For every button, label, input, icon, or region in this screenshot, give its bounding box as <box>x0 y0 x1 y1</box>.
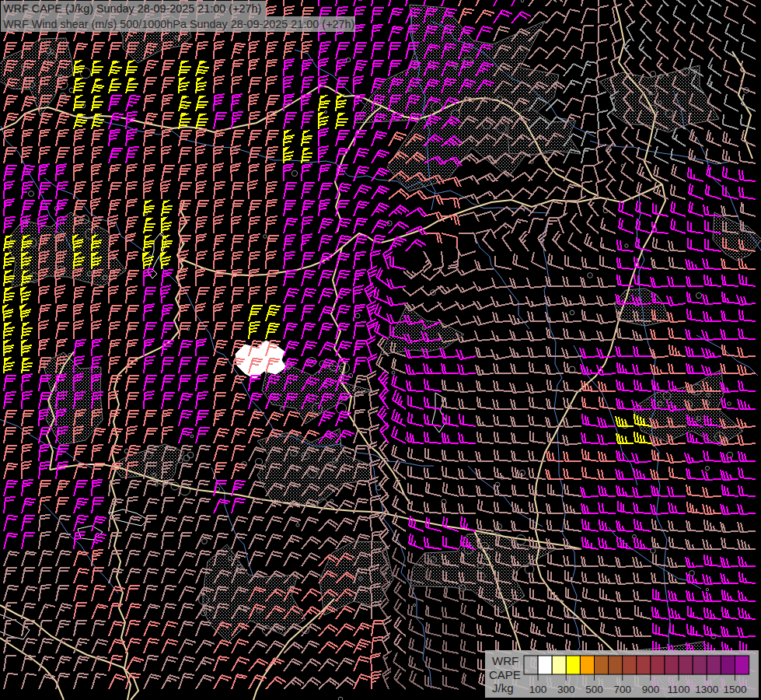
svg-text:CAPE: CAPE <box>489 668 521 681</box>
svg-text:WRF: WRF <box>492 654 518 667</box>
svg-text:1500: 1500 <box>723 684 746 695</box>
svg-text:1100: 1100 <box>668 684 690 695</box>
svg-text:100: 100 <box>529 684 547 695</box>
svg-text:700: 700 <box>613 684 631 695</box>
svg-text:900: 900 <box>642 684 660 695</box>
svg-text:500: 500 <box>585 684 603 695</box>
svg-text:WRF Wind shear (m/s) 500/1000h: WRF Wind shear (m/s) 500/1000hPa Sunday … <box>3 18 354 30</box>
svg-text:300: 300 <box>557 684 575 695</box>
svg-text:WRF CAPE (J/kg) Sunday 28-09-2: WRF CAPE (J/kg) Sunday 28-09-2025 21:00 … <box>3 2 261 15</box>
svg-text:1300: 1300 <box>695 684 718 695</box>
svg-text:J/kg: J/kg <box>492 681 514 695</box>
